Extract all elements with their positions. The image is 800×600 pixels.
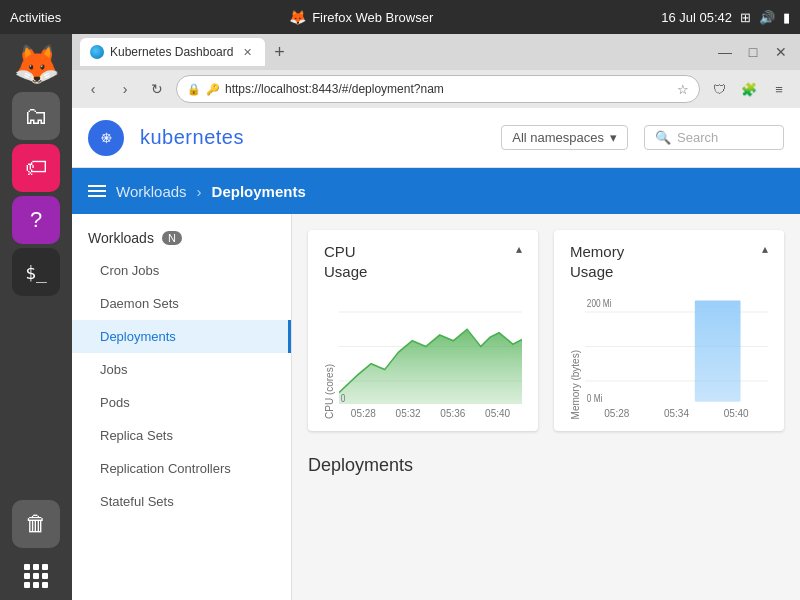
window-maximize-button[interactable]: □ xyxy=(742,41,764,63)
battery-icon: ▮ xyxy=(783,10,790,25)
browser-window: Kubernetes Dashboard ✕ + — □ ✕ ‹ › ↻ 🔒 🔑… xyxy=(72,34,800,600)
sidebar-item-firefox[interactable]: 🦊 xyxy=(12,40,60,88)
sidebar-item-apps[interactable] xyxy=(12,552,60,600)
sidebar-item-help[interactable]: ? xyxy=(12,196,60,244)
extensions-icon[interactable]: 🧩 xyxy=(736,76,762,102)
sound-icon: 🔊 xyxy=(759,10,775,25)
nav-item-cron-jobs[interactable]: Cron Jobs xyxy=(72,254,291,287)
tab-title: Kubernetes Dashboard xyxy=(110,45,233,59)
memory-y-axis-label: Memory (bytes) xyxy=(570,350,581,419)
namespace-select[interactable]: All namespaces ▾ xyxy=(501,125,628,150)
window-close-button[interactable]: ✕ xyxy=(770,41,792,63)
svg-text:200 Mi: 200 Mi xyxy=(587,299,612,310)
cpu-y-axis-label: CPU (cores) xyxy=(324,364,335,419)
cpu-chart-card: CPUUsage ▴ CPU (cores) xyxy=(308,230,538,431)
workloads-badge: N xyxy=(162,231,182,245)
browser-tab-kubernetes[interactable]: Kubernetes Dashboard ✕ xyxy=(80,38,265,66)
memory-chart-area: Memory (bytes) xyxy=(570,289,768,419)
activities-label[interactable]: Activities xyxy=(10,10,61,25)
ubuntu-sidebar: 🦊 🗂 🏷 ? $_ 🗑 xyxy=(0,34,72,600)
shield-icon[interactable]: 🛡 xyxy=(706,76,732,102)
tab-close-button[interactable]: ✕ xyxy=(239,44,255,60)
url-bar[interactable]: 🔒 🔑 https://localhost:8443/#/deployment?… xyxy=(176,75,700,103)
svg-text:0: 0 xyxy=(341,393,346,404)
sidebar-item-files[interactable]: 🗂 xyxy=(12,92,60,140)
reload-button[interactable]: ↻ xyxy=(144,76,170,102)
browser-name-label: Firefox Web Browser xyxy=(312,10,433,25)
memory-chart-collapse-button[interactable]: ▴ xyxy=(762,242,768,256)
nav-item-jobs[interactable]: Jobs xyxy=(72,353,291,386)
nav-item-pods[interactable]: Pods xyxy=(72,386,291,419)
back-button[interactable]: ‹ xyxy=(80,76,106,102)
url-text: https://localhost:8443/#/deployment?nam xyxy=(225,82,672,96)
lock-icon: 🔒 xyxy=(187,83,201,96)
k8s-title: kubernetes xyxy=(140,126,244,149)
memory-chart-header: MemoryUsage ▴ xyxy=(570,242,768,281)
window-minimize-button[interactable]: — xyxy=(714,41,736,63)
cpu-chart-area: CPU (cores) xyxy=(324,289,522,419)
system-bar-left: Activities xyxy=(10,10,61,25)
cpu-chart-inner: 0 05:28 05:32 05:36 05:40 xyxy=(339,289,522,419)
memory-time-2: 05:40 xyxy=(724,408,749,419)
nav-item-replica-sets[interactable]: Replica Sets xyxy=(72,419,291,452)
main-content: CPUUsage ▴ CPU (cores) xyxy=(292,214,800,600)
datetime-label: 16 Jul 05:42 xyxy=(661,10,732,25)
bookmark-star-icon[interactable]: ☆ xyxy=(677,82,689,97)
system-bar-center: 🦊 Firefox Web Browser xyxy=(289,9,433,25)
svg-rect-8 xyxy=(695,301,741,402)
tab-favicon xyxy=(90,45,104,59)
network-icon: ⊞ xyxy=(740,10,751,25)
nav-item-daemon-sets[interactable]: Daemon Sets xyxy=(72,287,291,320)
namespace-chevron-icon: ▾ xyxy=(610,130,617,145)
namespace-label: All namespaces xyxy=(512,130,604,145)
search-placeholder: Search xyxy=(677,130,718,145)
memory-chart-title: MemoryUsage xyxy=(570,242,624,281)
workloads-label: Workloads xyxy=(88,230,154,246)
window-controls: — □ ✕ xyxy=(714,41,792,63)
cpu-time-1: 05:32 xyxy=(396,408,421,419)
cpu-time-0: 05:28 xyxy=(351,408,376,419)
main-layout: 🦊 🗂 🏷 ? $_ 🗑 xyxy=(0,34,800,600)
nav-sidebar: Workloads N Cron Jobs Daemon Sets Deploy… xyxy=(72,214,292,600)
nav-item-stateful-sets[interactable]: Stateful Sets xyxy=(72,485,291,518)
browser-actions: 🛡 🧩 ≡ xyxy=(706,76,792,102)
memory-chart-inner: 200 Mi 0 Mi 05:28 05:34 05:40 xyxy=(585,289,768,419)
breadcrumb-bar: Workloads › Deployments xyxy=(72,168,800,214)
new-tab-button[interactable]: + xyxy=(265,38,293,66)
charts-row: CPUUsage ▴ CPU (cores) xyxy=(308,230,784,431)
breadcrumb-separator: › xyxy=(197,183,202,200)
breadcrumb-workloads[interactable]: Workloads xyxy=(116,183,187,200)
breadcrumb-current: Deployments xyxy=(212,183,306,200)
cpu-chart-title: CPUUsage xyxy=(324,242,367,281)
address-bar: ‹ › ↻ 🔒 🔑 https://localhost:8443/#/deplo… xyxy=(72,70,800,108)
svg-text:0 Mi: 0 Mi xyxy=(587,393,603,404)
cpu-svg-area: 0 xyxy=(339,289,522,404)
sidebar-item-trash[interactable]: 🗑 xyxy=(12,500,60,548)
k8s-logo-icon: ⎈ xyxy=(101,127,112,148)
k8s-header: ⎈ kubernetes All namespaces ▾ 🔍 Search xyxy=(72,108,800,168)
hamburger-menu-button[interactable] xyxy=(88,185,106,197)
forward-button[interactable]: › xyxy=(112,76,138,102)
cpu-time-3: 05:40 xyxy=(485,408,510,419)
cpu-chart-header: CPUUsage ▴ xyxy=(324,242,522,281)
nav-item-replication-controllers[interactable]: Replication Controllers xyxy=(72,452,291,485)
memory-svg-area: 200 Mi 0 Mi xyxy=(585,289,768,404)
search-icon: 🔍 xyxy=(655,130,671,145)
url-key-icon: 🔑 xyxy=(206,83,220,96)
firefox-icon-small: 🦊 xyxy=(289,9,306,25)
sidebar-item-appstore[interactable]: 🏷 xyxy=(12,144,60,192)
memory-chart-card: MemoryUsage ▴ Memory (bytes) xyxy=(554,230,784,431)
sidebar-item-terminal[interactable]: $_ xyxy=(12,248,60,296)
content-area: Workloads N Cron Jobs Daemon Sets Deploy… xyxy=(72,214,800,600)
deployments-section-title: Deployments xyxy=(308,447,784,480)
cpu-chart-collapse-button[interactable]: ▴ xyxy=(516,242,522,256)
system-bar-right: 16 Jul 05:42 ⊞ 🔊 ▮ xyxy=(661,10,790,25)
menu-icon[interactable]: ≡ xyxy=(766,76,792,102)
nav-item-deployments[interactable]: Deployments xyxy=(72,320,291,353)
search-box[interactable]: 🔍 Search xyxy=(644,125,784,150)
memory-time-0: 05:28 xyxy=(604,408,629,419)
tab-bar: Kubernetes Dashboard ✕ + — □ ✕ xyxy=(72,34,800,70)
system-bar: Activities 🦊 Firefox Web Browser 16 Jul … xyxy=(0,0,800,34)
nav-section-workloads: Workloads N xyxy=(72,222,291,254)
cpu-x-axis: 05:28 05:32 05:36 05:40 xyxy=(339,408,522,419)
